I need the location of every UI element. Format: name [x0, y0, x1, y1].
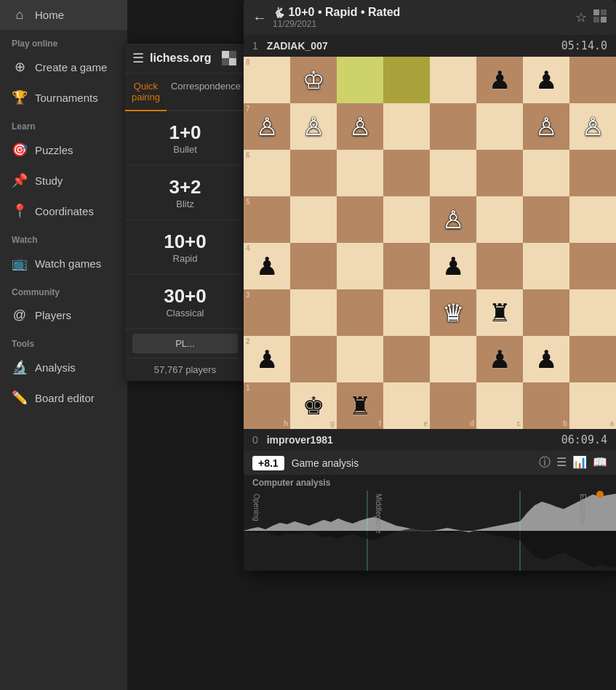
svg-rect-6: [593, 17, 599, 23]
cell-e4[interactable]: [383, 243, 430, 289]
cell-a2[interactable]: [569, 336, 616, 382]
book-icon[interactable]: 📖: [593, 455, 607, 470]
cell-d2[interactable]: [430, 336, 476, 382]
cell-c6[interactable]: [476, 150, 523, 196]
cell-d4[interactable]: ♟: [430, 243, 476, 289]
cell-b8[interactable]: ♟: [523, 57, 569, 103]
cell-h6[interactable]: 6: [244, 150, 290, 196]
cell-c8[interactable]: ♟: [476, 57, 523, 103]
game-title: 🐇 10+0 • Rapid • Rated: [273, 6, 569, 19]
cell-a4[interactable]: [569, 243, 616, 289]
sidebar-item-puzzles[interactable]: 🎯 Puzzles: [0, 135, 127, 165]
cell-b1[interactable]: b: [523, 382, 569, 429]
cell-b2[interactable]: ♟: [523, 336, 569, 382]
cell-c2[interactable]: ♟: [476, 336, 523, 382]
cell-a8[interactable]: [569, 57, 616, 103]
cell-e6[interactable]: [383, 150, 430, 196]
cell-b4[interactable]: [523, 243, 569, 289]
cell-g1[interactable]: g♚: [290, 382, 337, 429]
cell-g6[interactable]: [290, 150, 337, 196]
cell-e3[interactable]: [383, 289, 430, 336]
back-button[interactable]: ←: [252, 9, 267, 26]
sidebar-item-watch-games[interactable]: 📺 Watch games: [0, 248, 127, 278]
cell-f8[interactable]: [337, 57, 383, 103]
cell-d5[interactable]: ♙: [430, 196, 476, 243]
cell-h3[interactable]: 3: [244, 289, 290, 336]
cell-h5[interactable]: 5: [244, 196, 290, 243]
cell-f7[interactable]: ♙: [337, 103, 383, 150]
cell-c1[interactable]: c: [476, 382, 523, 429]
cell-b6[interactable]: [523, 150, 569, 196]
cell-f4[interactable]: [337, 243, 383, 289]
sidebar-item-create-game[interactable]: ⊕ Create a game: [0, 52, 127, 82]
time-control-rapid[interactable]: 10+0Rapid: [125, 220, 245, 275]
cell-d1[interactable]: d: [430, 382, 476, 429]
player1-row: 1 ZADIAK_007 05:14.0: [244, 35, 616, 57]
cell-c4[interactable]: [476, 243, 523, 289]
time-control-blitz[interactable]: 3+2Blitz: [125, 166, 245, 220]
cell-f3[interactable]: [337, 289, 383, 336]
sidebar-item-tournaments[interactable]: 🏆 Tournaments: [0, 82, 127, 113]
cell-h7[interactable]: 7♙: [244, 103, 290, 150]
sidebar-item-analysis[interactable]: 🔬 Analysis: [0, 352, 127, 382]
cell-e7[interactable]: [383, 103, 430, 150]
sidebar-item-board-editor[interactable]: ✏️ Board editor: [0, 382, 127, 413]
board-icon[interactable]: [593, 9, 607, 27]
plus-icon: ⊕: [12, 59, 28, 75]
cell-a7[interactable]: ♙: [569, 103, 616, 150]
tab-correspondence[interactable]: Correspondence: [167, 73, 245, 110]
cell-a3[interactable]: [569, 289, 616, 336]
cell-a5[interactable]: [569, 196, 616, 243]
tab-quick-pairing[interactable]: Quick pairing: [125, 73, 167, 111]
time-control-bullet[interactable]: 1+0Bullet: [125, 111, 245, 166]
cell-d7[interactable]: [430, 103, 476, 150]
cell-b3[interactable]: [523, 289, 569, 336]
cell-d3[interactable]: ♛: [430, 289, 476, 336]
cell-c5[interactable]: [476, 196, 523, 243]
cell-e5[interactable]: [383, 196, 430, 243]
cell-g4[interactable]: [290, 243, 337, 289]
cell-f5[interactable]: [337, 196, 383, 243]
cell-c3[interactable]: ♜: [476, 289, 523, 336]
sidebar-study-label: Study: [35, 174, 63, 187]
qp-tabs: Quick pairing Correspondence: [125, 73, 245, 111]
time-control-classical[interactable]: 30+0Classical: [125, 275, 245, 329]
hamburger-icon[interactable]: ☰: [132, 50, 144, 66]
cell-g7[interactable]: ♙: [290, 103, 337, 150]
game-header: ← 🐇 10+0 • Rapid • Rated 11/29/2021 ☆: [244, 0, 616, 35]
cell-g5[interactable]: [290, 196, 337, 243]
cell-e1[interactable]: e: [383, 382, 430, 429]
chart-icon[interactable]: 📊: [572, 455, 587, 470]
cell-a6[interactable]: [569, 150, 616, 196]
play-button[interactable]: PL...: [132, 334, 238, 353]
cell-d8[interactable]: [430, 57, 476, 103]
svg-rect-0: [222, 51, 229, 58]
cell-h1[interactable]: 1h: [244, 382, 290, 429]
cell-e8[interactable]: [383, 57, 430, 103]
quick-pairing-panel: ☰ lichess.org Quick pairing Corresponden…: [125, 44, 245, 381]
sidebar-item-coordinates[interactable]: 📍 Coordinates: [0, 196, 127, 226]
cell-a1[interactable]: a: [569, 382, 616, 429]
list-icon[interactable]: ☰: [556, 455, 567, 470]
cell-g2[interactable]: [290, 336, 337, 382]
cell-g8[interactable]: ♔: [290, 57, 337, 103]
cell-b5[interactable]: [523, 196, 569, 243]
cell-d6[interactable]: [430, 150, 476, 196]
sidebar-item-study[interactable]: 📌 Study: [0, 165, 127, 196]
star-icon[interactable]: ☆: [575, 9, 587, 25]
cell-e2[interactable]: [383, 336, 430, 382]
cell-h2[interactable]: 2♟: [244, 336, 290, 382]
rank-label-2: 2: [246, 337, 250, 345]
cell-h4[interactable]: 4♟: [244, 243, 290, 289]
cell-c7[interactable]: [476, 103, 523, 150]
cell-g3[interactable]: [290, 289, 337, 336]
cell-f6[interactable]: [337, 150, 383, 196]
cell-h8[interactable]: 8: [244, 57, 290, 103]
sidebar-item-players[interactable]: @ Players: [0, 300, 127, 330]
sidebar-item-home[interactable]: ⌂ Home: [0, 0, 127, 30]
tools-section: Tools: [0, 330, 127, 352]
cell-f1[interactable]: f♜: [337, 382, 383, 429]
cell-b7[interactable]: ♙: [523, 103, 569, 150]
info-icon[interactable]: ⓘ: [539, 455, 551, 470]
cell-f2[interactable]: [337, 336, 383, 382]
